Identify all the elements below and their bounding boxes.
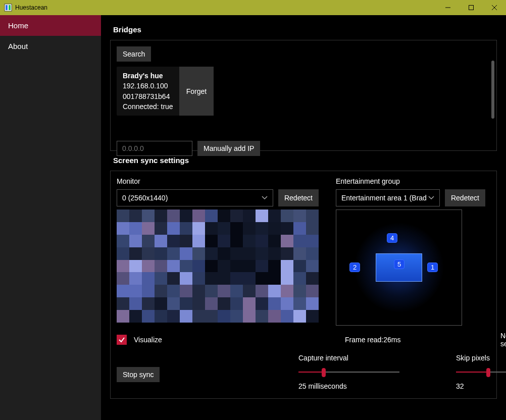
sidebar-item-about[interactable]: About — [0, 36, 101, 57]
capture-value: 25 milliseconds — [298, 382, 404, 390]
ent-label: Entertainment group — [336, 177, 485, 185]
light-badge-1[interactable]: 1 — [427, 262, 438, 272]
light-badge-5[interactable]: 5 — [394, 259, 404, 269]
net-send-stat: Net send:0ms — [500, 332, 506, 348]
visualize-label: Visualize — [134, 336, 162, 344]
monitor-select[interactable]: 0 (2560x1440) — [117, 189, 273, 206]
minimize-button[interactable] — [436, 0, 460, 15]
monitor-value: 0 (2560x1440) — [122, 194, 168, 202]
bridge-card: Brady's hue 192.168.0.100 001788731b64 C… — [117, 67, 214, 116]
chevron-down-icon — [428, 196, 434, 200]
ent-value: Entertainment area 1 (Brad — [341, 194, 427, 202]
content: Bridges Search Brady's hue 192.168.0.100… — [101, 15, 506, 420]
app-icon — [4, 4, 12, 12]
ent-select[interactable]: Entertainment area 1 (Brad — [336, 189, 440, 206]
bridge-connected: Connected: true — [123, 101, 173, 112]
scrollbar[interactable] — [491, 61, 494, 119]
manual-add-button[interactable]: Manually add IP — [197, 141, 260, 156]
slider-thumb[interactable] — [486, 368, 490, 377]
forget-button[interactable]: Forget — [179, 67, 214, 116]
visualize-checkbox[interactable] — [117, 335, 127, 345]
light-badge-4[interactable]: 4 — [387, 233, 397, 243]
maximize-button[interactable] — [460, 0, 483, 15]
entertainment-layout: 4 2 5 1 — [336, 209, 462, 326]
screen-preview — [117, 209, 319, 323]
skip-value: 32 — [456, 382, 506, 390]
skip-label: Skip pixels — [456, 354, 506, 362]
frame-read-stat: Frame read:26ms — [345, 336, 400, 344]
window-title: Huestacean — [15, 4, 47, 11]
titlebar: Huestacean — [0, 0, 506, 15]
chevron-down-icon — [262, 196, 268, 200]
stop-sync-button[interactable]: Stop sync — [117, 367, 160, 382]
redetect-monitor-button[interactable]: Redetect — [278, 189, 319, 206]
svg-rect-4 — [469, 6, 474, 10]
bridges-title: Bridges — [113, 25, 497, 34]
slider-thumb[interactable] — [322, 368, 326, 377]
sidebar: Home About — [0, 15, 101, 420]
svg-rect-1 — [6, 5, 8, 10]
bridge-ip: 192.168.0.100 — [123, 81, 173, 91]
sync-title: Screen sync settings — [113, 156, 497, 165]
capture-label: Capture interval — [298, 354, 404, 362]
bridges-panel: Search Brady's hue 192.168.0.100 0017887… — [110, 40, 497, 151]
search-button[interactable]: Search — [117, 46, 151, 62]
ip-input[interactable] — [117, 141, 192, 156]
bridge-id: 001788731b64 — [123, 91, 173, 101]
bridge-name: Brady's hue — [123, 71, 173, 81]
skip-slider[interactable] — [456, 367, 506, 377]
bridge-info: Brady's hue 192.168.0.100 001788731b64 C… — [117, 67, 179, 116]
sync-panel: Monitor 0 (2560x1440) Redetect Entertain… — [110, 171, 497, 399]
monitor-label: Monitor — [117, 177, 319, 185]
redetect-ent-button[interactable]: Redetect — [445, 189, 485, 206]
svg-rect-2 — [9, 5, 11, 10]
sidebar-item-home[interactable]: Home — [0, 15, 101, 36]
close-button[interactable] — [483, 0, 506, 15]
capture-slider[interactable] — [298, 367, 399, 377]
light-badge-2[interactable]: 2 — [349, 262, 360, 272]
